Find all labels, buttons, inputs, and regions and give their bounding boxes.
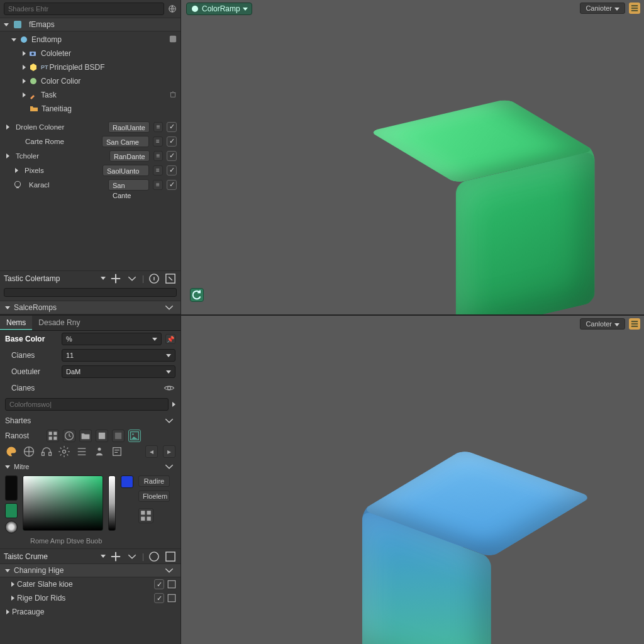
- search-input[interactable]: [4, 3, 164, 15]
- menu-icon[interactable]: ≡: [153, 122, 164, 132]
- cianes-select[interactable]: 11: [62, 349, 175, 362]
- param-toggle[interactable]: [167, 180, 177, 190]
- tree-node-cololeter[interactable]: Cololeter: [0, 47, 180, 60]
- info-icon[interactable]: [148, 272, 160, 285]
- prev-icon[interactable]: ◂: [145, 445, 158, 458]
- chevron-down-icon[interactable]: [163, 460, 175, 473]
- expand-icon[interactable]: [167, 593, 177, 603]
- alpha-slider[interactable]: [4, 288, 177, 297]
- chevron-right-icon[interactable]: [6, 125, 9, 130]
- swatch-green[interactable]: [5, 503, 18, 518]
- chevron-down-icon[interactable]: [5, 465, 10, 469]
- canister-dropdown[interactable]: Canioter: [580, 3, 625, 14]
- section-channing[interactable]: Channing Hige: [0, 564, 180, 577]
- box-icon[interactable]: [96, 430, 108, 442]
- menu-icon[interactable]: ≡: [153, 151, 164, 161]
- sv-picker[interactable]: [23, 475, 103, 531]
- hamburger-icon[interactable]: [629, 3, 640, 14]
- tree-node-colorcolor[interactable]: Color Colior: [0, 74, 180, 88]
- tree-node-task[interactable]: Task: [0, 88, 180, 102]
- canister-dropdown[interactable]: Canloter: [580, 318, 625, 330]
- param-toggle[interactable]: [167, 165, 177, 175]
- param-value[interactable]: SaolUanto: [103, 165, 149, 176]
- row-toggle[interactable]: [154, 593, 164, 603]
- globe-icon[interactable]: [23, 445, 35, 458]
- chevron-down-icon[interactable]: [163, 301, 175, 314]
- outliner-root[interactable]: fEmaps: [0, 18, 180, 31]
- palette-icon[interactable]: [5, 445, 18, 458]
- row-rige[interactable]: Rige Dlor Rids: [0, 591, 180, 605]
- menu-icon[interactable]: ≡: [153, 180, 163, 190]
- section-salceromps[interactable]: SalceRomps: [0, 301, 180, 314]
- colorforms-input[interactable]: [5, 398, 169, 411]
- ouetuler-select[interactable]: DaM: [62, 365, 175, 378]
- swatch-black[interactable]: [5, 475, 18, 501]
- globe-icon[interactable]: [168, 4, 177, 13]
- pin-icon[interactable]: 📌: [165, 334, 175, 344]
- swatch-circle[interactable]: [5, 521, 18, 533]
- next-icon[interactable]: ▸: [163, 445, 175, 458]
- param-toggle[interactable]: [167, 151, 177, 161]
- chevron-right-icon[interactable]: [15, 168, 18, 173]
- colorramp-dropdown[interactable]: ColorRamp: [186, 3, 252, 15]
- text-icon[interactable]: [111, 445, 123, 458]
- chevron-down-icon[interactable]: [101, 277, 106, 280]
- floelem-button[interactable]: Floelem: [138, 491, 170, 502]
- grid-icon[interactable]: [138, 508, 153, 523]
- param-toggle[interactable]: [167, 122, 177, 132]
- chevron-down-icon[interactable]: [101, 555, 106, 558]
- image-icon[interactable]: [128, 430, 141, 442]
- tree-material[interactable]: Endtomp: [0, 33, 180, 47]
- param-toggle[interactable]: [167, 136, 177, 147]
- expand-icon[interactable]: [167, 579, 177, 589]
- refresh-button[interactable]: [190, 288, 204, 302]
- chevron-down-icon[interactable]: [163, 414, 175, 427]
- row-toggle[interactable]: [154, 579, 164, 589]
- headphones-icon[interactable]: [40, 445, 53, 458]
- radire-button[interactable]: Radire: [138, 475, 170, 487]
- clock-icon[interactable]: [63, 430, 75, 442]
- viewport-top[interactable]: ColorRamp Canioter: [181, 0, 644, 314]
- eye-icon[interactable]: [163, 382, 175, 394]
- plus-icon[interactable]: [109, 272, 122, 285]
- tab-nems[interactable]: Nems: [0, 316, 32, 330]
- save-icon[interactable]: [169, 35, 177, 45]
- param-label: Karacl: [29, 181, 104, 189]
- swatch-blue[interactable]: [121, 475, 133, 488]
- chevron-down-icon[interactable]: [163, 564, 175, 577]
- person-icon[interactable]: [93, 445, 106, 458]
- plus-icon[interactable]: [109, 550, 122, 563]
- chevron-right-icon[interactable]: [6, 153, 9, 158]
- base-color-select[interactable]: %: [62, 333, 162, 345]
- gear-icon[interactable]: [58, 445, 70, 458]
- tree-node-principled[interactable]: PT Principled BSDF: [0, 60, 180, 74]
- grid-icon[interactable]: [47, 430, 59, 442]
- row-cater[interactable]: Cater Slahe kioe: [0, 577, 180, 591]
- box-icon[interactable]: [112, 430, 125, 442]
- svg-point-6: [30, 78, 36, 84]
- list-icon[interactable]: [75, 445, 88, 458]
- viewport-bottom[interactable]: Canloter: [181, 314, 644, 644]
- value-slider[interactable]: [108, 475, 116, 531]
- info-icon[interactable]: [148, 550, 160, 563]
- chevron-down-icon[interactable]: [126, 550, 138, 563]
- tree-node-taneitiag[interactable]: Taneitiag: [0, 102, 180, 116]
- row-pracauge[interactable]: Pracauge: [0, 605, 180, 619]
- chevron-down-icon[interactable]: [126, 272, 138, 285]
- param-value[interactable]: RanDante: [109, 150, 150, 162]
- param-value[interactable]: San Cante: [108, 179, 149, 191]
- expand-icon[interactable]: [164, 272, 177, 285]
- svg-rect-32: [166, 552, 175, 560]
- chevron-right-icon[interactable]: [172, 402, 175, 407]
- hamburger-icon[interactable]: [629, 318, 640, 330]
- tree-material-label: Endtomp: [31, 35, 62, 44]
- trash-icon[interactable]: [169, 91, 177, 100]
- folder-icon[interactable]: [79, 430, 92, 442]
- prop-label: Shartes: [5, 416, 43, 425]
- menu-icon[interactable]: ≡: [153, 136, 163, 147]
- tab-desade[interactable]: Desade Rny: [32, 316, 86, 330]
- expand-icon[interactable]: [164, 550, 177, 563]
- menu-icon[interactable]: ≡: [153, 165, 163, 175]
- param-value[interactable]: RaolUante: [108, 121, 150, 133]
- param-value[interactable]: San Came: [102, 136, 149, 147]
